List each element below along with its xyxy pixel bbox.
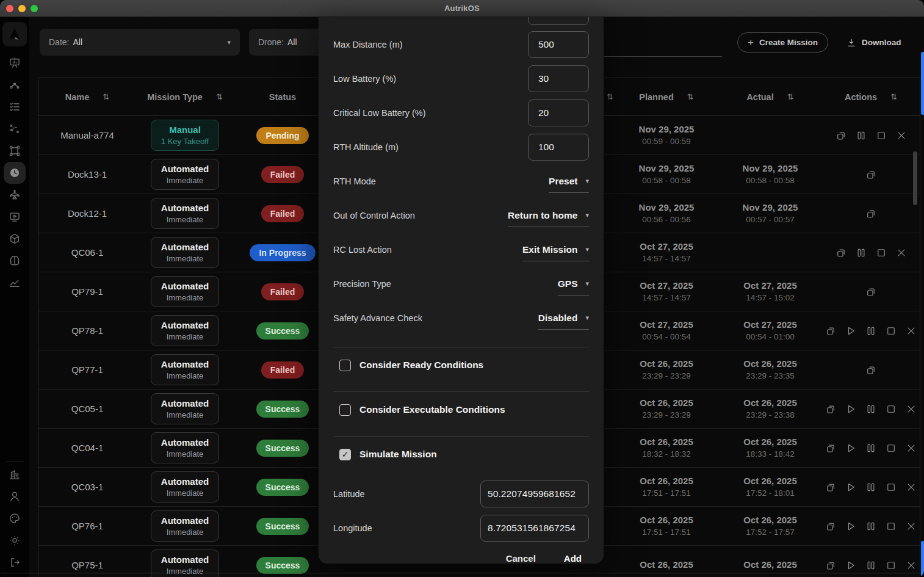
play-action-icon[interactable] [845,521,856,532]
checkbox[interactable] [339,360,351,371]
copy-action-icon[interactable] [865,208,876,219]
sidebar-item-logout[interactable] [4,551,26,573]
window-title: AutrikOS [444,4,480,13]
stop-action-icon[interactable] [886,443,897,454]
close-action-icon[interactable] [896,247,907,258]
field-input[interactable]: 20 [528,100,589,126]
cancel-button[interactable]: Cancel [506,553,536,564]
sidebar-item-strategy[interactable] [4,118,26,140]
play-action-icon[interactable] [845,482,856,493]
checkbox-row[interactable]: Consider Executable Conditions [339,401,589,419]
sort-icon[interactable]: ⇅ [216,93,223,101]
copy-action-icon[interactable] [865,286,876,297]
pause-action-icon[interactable] [856,247,867,258]
zoom-window-button[interactable] [31,5,38,12]
close-action-icon[interactable] [906,521,917,532]
sidebar-item-object-group[interactable] [4,140,26,162]
sidebar-item-user[interactable] [4,485,26,507]
stop-action-icon[interactable] [886,482,897,493]
field-select[interactable]: Preset▾ [549,176,589,193]
copy-action-icon[interactable] [825,482,836,493]
sidebar-item-brightness[interactable] [4,529,26,551]
checkbox[interactable] [339,404,351,416]
stop-action-icon[interactable] [886,560,897,571]
pause-action-icon[interactable] [865,404,876,415]
sidebar-item-checklist[interactable] [4,96,26,118]
date-filter[interactable]: Date: All ▾ [40,29,240,56]
close-window-button[interactable] [6,5,13,12]
mission-name: QC04-1 [38,443,136,453]
play-action-icon[interactable] [845,404,856,415]
copy-action-icon[interactable] [825,560,836,571]
sidebar-item-history[interactable] [4,162,26,184]
close-action-icon[interactable] [906,404,917,415]
copy-action-icon[interactable] [836,130,846,141]
pause-action-icon[interactable] [865,325,876,336]
close-action-icon[interactable] [906,325,917,336]
sort-icon[interactable]: ⇅ [687,93,694,101]
stop-action-icon[interactable] [876,130,887,141]
sidebar-item-analytics[interactable] [4,272,26,294]
mission-name: QC05-1 [38,404,136,414]
play-action-icon[interactable] [845,325,856,336]
checkbox-row[interactable]: ✓Simulate Mission [339,445,589,463]
field-input[interactable]: 30 [528,65,589,92]
sidebar-item-route-editor[interactable] [4,74,26,96]
copy-action-icon[interactable] [825,443,836,454]
create-mission-button[interactable]: + Create Mission [737,32,828,53]
sort-icon[interactable]: ⇅ [787,93,794,101]
longitude-input[interactable]: 8.720531561867254 [480,515,589,542]
copy-action-icon[interactable] [865,169,876,180]
minimize-window-button[interactable] [18,5,26,12]
latitude-input[interactable]: 50.22074959681652 [480,481,589,507]
close-action-icon[interactable] [906,482,917,493]
close-action-icon[interactable] [906,443,917,454]
table-scrollbar-thumb[interactable] [913,151,917,205]
stop-action-icon[interactable] [886,521,897,532]
sort-icon[interactable]: ⇅ [103,93,109,101]
stop-action-icon[interactable] [876,247,887,258]
pause-action-icon[interactable] [865,482,876,493]
pause-action-icon[interactable] [856,130,867,141]
planned-time: 00:54 - 00:54 [640,332,693,343]
field-input[interactable]: 100 [528,134,589,161]
copy-action-icon[interactable] [836,247,846,258]
sidebar-item-ai-brain[interactable] [4,250,26,272]
copy-action-icon[interactable] [825,521,836,532]
sidebar-item-organization[interactable] [4,463,26,485]
field-select[interactable]: Return to home▾ [508,210,589,227]
dashboard-icon [9,57,21,69]
sidebar-item-model-3d[interactable] [4,228,26,250]
stop-action-icon[interactable] [886,325,897,336]
sort-icon[interactable]: ⇅ [890,93,897,101]
pause-action-icon[interactable] [865,560,876,571]
field-select[interactable]: GPS▾ [558,278,589,296]
field-select[interactable]: Disabled▾ [538,313,589,330]
field-select[interactable]: Exit Mission▾ [522,244,589,261]
checkbox-row[interactable]: Consider Ready Conditions [339,356,589,374]
search-field-underline[interactable] [604,56,722,57]
checkbox[interactable]: ✓ [339,449,351,460]
sidebar-item-dashboard[interactable] [4,52,26,74]
sidebar-item-flight[interactable] [4,184,26,206]
play-action-icon[interactable] [845,443,856,454]
sidebar-item-video[interactable] [4,206,26,228]
close-action-icon[interactable] [906,560,917,571]
pause-action-icon[interactable] [865,443,876,454]
close-action-icon[interactable] [896,130,907,141]
window-scrollbar-thumb[interactable] [921,52,924,115]
window-scrollbar-thumb-bottom[interactable] [921,541,924,577]
play-action-icon[interactable] [845,560,856,571]
clipped-input-field[interactable] [528,17,589,25]
copy-action-icon[interactable] [825,404,836,415]
copy-action-icon[interactable] [865,365,876,376]
add-button[interactable]: Add [564,553,582,564]
pause-action-icon[interactable] [865,521,876,532]
app-logo[interactable] [2,22,27,46]
sort-icon[interactable]: ⇅ [607,93,613,101]
field-input[interactable]: 500 [528,31,589,58]
sidebar-item-theme[interactable] [4,507,26,529]
download-button[interactable]: Download [846,32,901,53]
stop-action-icon[interactable] [886,404,897,415]
copy-action-icon[interactable] [825,325,836,336]
